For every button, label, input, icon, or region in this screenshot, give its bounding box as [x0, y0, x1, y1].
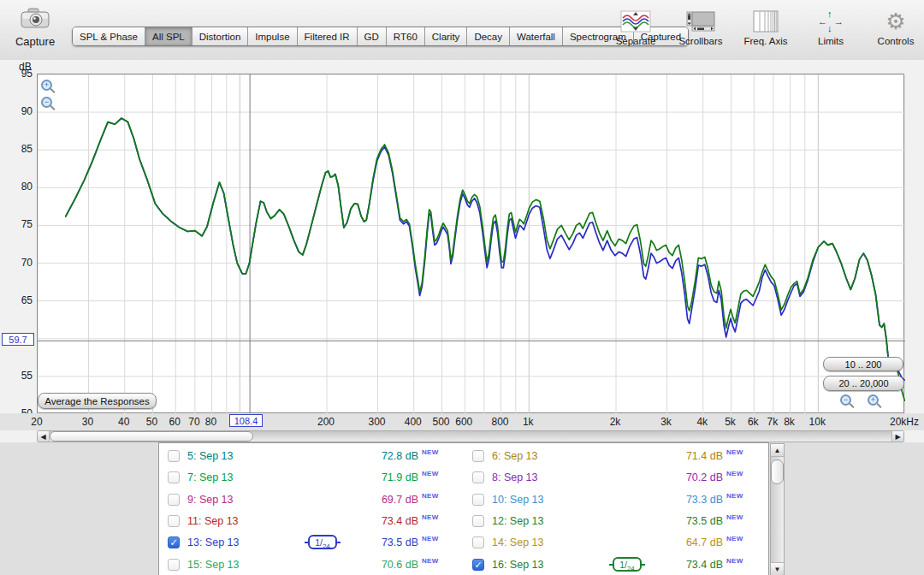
measurement-level: 69.7 dB	[326, 494, 418, 506]
x-tick-label: 800	[491, 416, 508, 428]
checkbox-unchecked[interactable]	[168, 450, 180, 462]
checkbox-unchecked[interactable]	[472, 450, 484, 462]
tool-freq-axis[interactable]: Freq. Axis	[739, 9, 792, 46]
freq-range-20-20000-button[interactable]: 20 .. 20,000	[823, 376, 904, 391]
checkbox-unchecked[interactable]	[472, 515, 484, 527]
tool-separate[interactable]: Separate	[609, 9, 662, 46]
checkbox-checked[interactable]: ✓	[168, 536, 180, 548]
measurement-level: 73.4 dB	[326, 515, 418, 527]
x-tick-label: 50	[146, 416, 157, 428]
measurement-level: 73.5 dB	[631, 515, 723, 527]
new-tag: NEW	[422, 513, 439, 521]
tab-gd[interactable]: GD	[357, 27, 386, 45]
measurement-label: 15: Sep 13	[187, 559, 239, 571]
measurement-label: 12: Sep 13	[492, 515, 543, 527]
x-tick-label: 5k	[725, 416, 736, 428]
tab-filtered-ir[interactable]: Filtered IR	[297, 27, 357, 45]
x-tick-label: 20kHz	[890, 416, 919, 428]
zoom-out-x-icon[interactable]: −	[840, 394, 851, 406]
measurement-row: 9: Sep 1369.7 dBNEW10: Sep 1373.3 dBNEW	[159, 489, 768, 511]
x-tick-label: 7k	[767, 416, 779, 428]
tab-decay[interactable]: Decay	[466, 27, 509, 45]
measurement-item[interactable]: 9: Sep 1369.7 dBNEW	[159, 489, 464, 511]
measurement-label: 13: Sep 13	[187, 536, 239, 548]
new-tag: NEW	[726, 513, 743, 521]
tool-limits[interactable]: ↑← →↓ Limits	[804, 9, 857, 46]
measurement-item[interactable]: 15: Sep 1370.6 dBNEW	[159, 554, 464, 575]
tab-distortion[interactable]: Distortion	[192, 27, 248, 45]
measurement-row: 11: Sep 1373.4 dBNEW12: Sep 1373.5 dBNEW	[159, 511, 768, 532]
checkbox-checked[interactable]: ✓	[472, 559, 484, 571]
checkbox-unchecked[interactable]	[168, 515, 180, 527]
tool-controls[interactable]: ⚙ Controls	[869, 9, 922, 46]
measurement-level: 73.3 dB	[631, 494, 723, 506]
tab-clarity[interactable]: Clarity	[424, 27, 467, 45]
measurement-row: 5: Sep 1372.8 dBNEW6: Sep 1371.4 dBNEW	[159, 446, 768, 467]
x-tick-label: 6k	[748, 416, 759, 428]
measurement-item[interactable]: 7: Sep 1371.9 dBNEW	[159, 467, 464, 489]
checkbox-unchecked[interactable]	[168, 471, 180, 483]
tool-label: Controls	[878, 36, 915, 46]
tab-impulse[interactable]: Impulse	[247, 27, 296, 45]
x-tick-label: 1k	[523, 416, 534, 428]
measurement-row: 15: Sep 1370.6 dBNEW✓16: Sep 131/2473.4 …	[159, 554, 768, 575]
plot-area[interactable]	[37, 74, 904, 413]
freq-range-10-200-button[interactable]: 10 .. 200	[823, 357, 903, 371]
zoom-out-icon[interactable]: −	[41, 97, 52, 108]
measurement-item[interactable]: 5: Sep 1372.8 dBNEW	[159, 446, 464, 467]
scroll-right-arrow[interactable]: ▶	[891, 431, 903, 442]
tab-all-spl[interactable]: All SPL	[145, 27, 192, 45]
measurement-level: 73.5 dB	[326, 536, 418, 548]
x-tick-label: 2k	[610, 416, 621, 428]
checkbox-unchecked[interactable]	[472, 536, 484, 548]
tab-waterfall[interactable]: Waterfall	[509, 27, 562, 45]
scroll-left-arrow[interactable]: ◀	[38, 431, 50, 442]
measurement-item[interactable]: 8: Sep 1370.2 dBNEW	[464, 467, 768, 489]
tab-spl-phase[interactable]: SPL & Phase	[73, 27, 145, 45]
new-tag: NEW	[726, 557, 743, 565]
y-tick-label: 80	[9, 181, 33, 193]
measurement-level: 70.6 dB	[326, 559, 418, 571]
cursor-freq-readout: 108.4	[229, 414, 263, 427]
x-tick-label: 30	[82, 416, 93, 428]
measurement-list-region: 5: Sep 1372.8 dBNEW6: Sep 1371.4 dBNEW7:…	[0, 442, 924, 575]
checkbox-unchecked[interactable]	[472, 494, 484, 506]
measurement-level: 71.4 dB	[631, 450, 723, 462]
zoom-in-icon[interactable]: +	[41, 80, 52, 91]
checkbox-unchecked[interactable]	[168, 559, 180, 571]
measurement-row: 7: Sep 1371.9 dBNEW8: Sep 1370.2 dBNEW	[159, 467, 768, 489]
horizontal-scroll-thumb[interactable]	[50, 431, 253, 442]
measurement-item[interactable]: ✓13: Sep 131/2473.5 dBNEW	[159, 532, 464, 554]
average-responses-button[interactable]: Average the Responses	[38, 393, 157, 409]
measurement-item[interactable]: 6: Sep 1371.4 dBNEW	[464, 446, 768, 467]
x-tick-label: 20	[31, 416, 42, 428]
x-tick-label: 80	[205, 416, 216, 428]
measurement-list: 5: Sep 1372.8 dBNEW6: Sep 1371.4 dBNEW7:…	[158, 442, 769, 575]
new-tag: NEW	[422, 557, 439, 565]
y-tick-label: 95	[9, 68, 33, 80]
vertical-scroll-thumb[interactable]	[771, 459, 784, 484]
measurement-item[interactable]: 10: Sep 1373.3 dBNEW	[464, 489, 768, 511]
measurement-item[interactable]: 11: Sep 1373.4 dBNEW	[159, 511, 464, 532]
y-tick-label: 65	[9, 294, 33, 306]
checkbox-unchecked[interactable]	[472, 471, 484, 483]
horizontal-scrollbar[interactable]: ◀ ▶	[37, 430, 904, 442]
measurement-item[interactable]: ✓16: Sep 131/2473.4 dBNEW	[464, 554, 768, 575]
measurement-item[interactable]: 14: Sep 1364.7 dBNEW	[464, 532, 768, 554]
y-tick-label: 75	[9, 218, 33, 230]
scroll-down-arrow[interactable]: ▼	[771, 562, 784, 575]
y-tick-label: 70	[9, 257, 33, 269]
tab-rt60[interactable]: RT60	[386, 27, 424, 45]
measurement-label: 11: Sep 13	[187, 515, 239, 527]
vertical-scrollbar[interactable]: ▲ ▼	[770, 443, 785, 575]
checkbox-unchecked[interactable]	[168, 494, 180, 506]
capture-button[interactable]: Capture	[5, 7, 65, 48]
tool-scrollbars[interactable]: Scrollbars	[674, 9, 727, 46]
rew-window: Capture SPL & PhaseAll SPLDistortionImpu…	[0, 0, 924, 575]
toolbar: Capture SPL & PhaseAll SPLDistortionImpu…	[0, 0, 924, 60]
zoom-in-x-icon[interactable]: +	[868, 394, 879, 406]
scroll-up-arrow[interactable]: ▲	[771, 444, 784, 457]
measurement-label: 7: Sep 13	[187, 471, 234, 483]
measurement-item[interactable]: 12: Sep 1373.5 dBNEW	[464, 511, 768, 532]
x-axis: 203040506070801002003004005006008001k2k3…	[0, 413, 924, 430]
